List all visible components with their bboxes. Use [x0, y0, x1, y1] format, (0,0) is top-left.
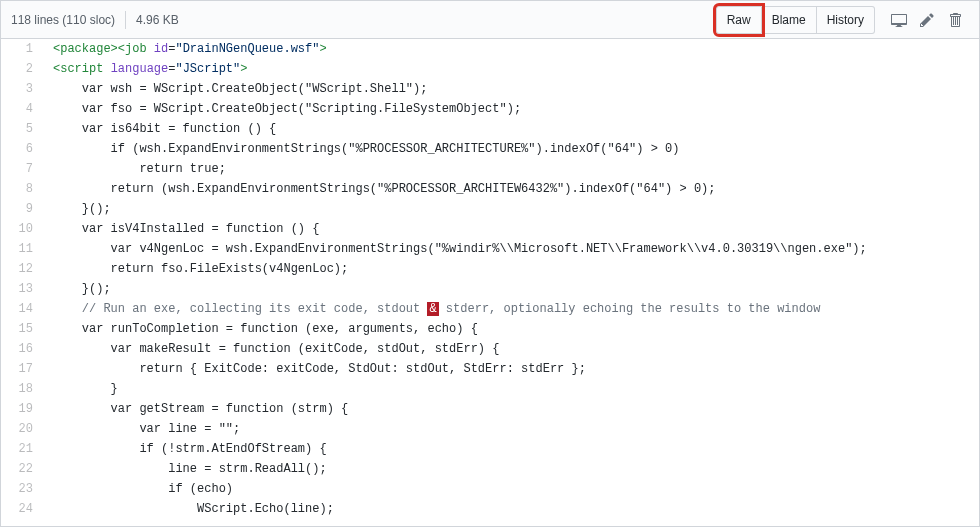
code-row: 18 }: [1, 379, 979, 399]
line-number[interactable]: 4: [1, 99, 43, 119]
code-row: 5 var is64bit = function () {: [1, 119, 979, 139]
trashcan-icon[interactable]: [941, 6, 969, 34]
line-number[interactable]: 2: [1, 59, 43, 79]
code-row: 6 if (wsh.ExpandEnvironmentStrings("%PRO…: [1, 139, 979, 159]
code-row: 22 line = strm.ReadAll();: [1, 459, 979, 479]
code-row: 24 WScript.Echo(line);: [1, 499, 979, 519]
code-row: 10 var isV4Installed = function () {: [1, 219, 979, 239]
blame-button[interactable]: Blame: [762, 6, 817, 34]
code-row: 20 var line = "";: [1, 419, 979, 439]
line-content[interactable]: var runToCompletion = function (exe, arg…: [43, 319, 979, 339]
line-number[interactable]: 24: [1, 499, 43, 519]
code-row: 9 }();: [1, 199, 979, 219]
line-number[interactable]: 14: [1, 299, 43, 319]
line-content[interactable]: }: [43, 379, 979, 399]
code-row: 12 return fso.FileExists(v4NgenLoc);: [1, 259, 979, 279]
line-content[interactable]: var getStream = function (strm) {: [43, 399, 979, 419]
desktop-icon[interactable]: [885, 6, 913, 34]
code-row: 11 var v4NgenLoc = wsh.ExpandEnvironment…: [1, 239, 979, 259]
line-number[interactable]: 7: [1, 159, 43, 179]
line-number[interactable]: 9: [1, 199, 43, 219]
line-number[interactable]: 13: [1, 279, 43, 299]
line-content[interactable]: var v4NgenLoc = wsh.ExpandEnvironmentStr…: [43, 239, 979, 259]
line-content[interactable]: }();: [43, 199, 979, 219]
line-content[interactable]: line = strm.ReadAll();: [43, 459, 979, 479]
code-row: 2<script language="JScript">: [1, 59, 979, 79]
code-row: 7 return true;: [1, 159, 979, 179]
code-row: 8 return (wsh.ExpandEnvironmentStrings("…: [1, 179, 979, 199]
line-content[interactable]: <script language="JScript">: [43, 59, 979, 79]
line-number[interactable]: 20: [1, 419, 43, 439]
file-header: 118 lines (110 sloc) 4.96 KB Raw Blame H…: [1, 1, 979, 39]
line-number[interactable]: 11: [1, 239, 43, 259]
line-content[interactable]: }();: [43, 279, 979, 299]
line-number[interactable]: 17: [1, 359, 43, 379]
file-info: 118 lines (110 sloc) 4.96 KB: [11, 11, 179, 29]
line-content[interactable]: var is64bit = function () {: [43, 119, 979, 139]
raw-button[interactable]: Raw: [716, 6, 762, 34]
code-row: 13 }();: [1, 279, 979, 299]
code-row: 19 var getStream = function (strm) {: [1, 399, 979, 419]
line-number[interactable]: 3: [1, 79, 43, 99]
line-content[interactable]: return { ExitCode: exitCode, StdOut: std…: [43, 359, 979, 379]
line-content[interactable]: // Run an exe, collecting its exit code,…: [43, 299, 979, 319]
code-row: 3 var wsh = WScript.CreateObject("WScrip…: [1, 79, 979, 99]
code-row: 15 var runToCompletion = function (exe, …: [1, 319, 979, 339]
line-number[interactable]: 16: [1, 339, 43, 359]
line-content[interactable]: return (wsh.ExpandEnvironmentStrings("%P…: [43, 179, 979, 199]
pencil-icon[interactable]: [913, 6, 941, 34]
line-number[interactable]: 10: [1, 219, 43, 239]
line-content[interactable]: if (wsh.ExpandEnvironmentStrings("%PROCE…: [43, 139, 979, 159]
code-row: 21 if (!strm.AtEndOfStream) {: [1, 439, 979, 459]
divider: [125, 11, 126, 29]
line-content[interactable]: <package><job id="DrainNGenQueue.wsf">: [43, 39, 979, 59]
line-number[interactable]: 22: [1, 459, 43, 479]
code-row: 4 var fso = WScript.CreateObject("Script…: [1, 99, 979, 119]
line-content[interactable]: WScript.Echo(line);: [43, 499, 979, 519]
line-content[interactable]: var line = "";: [43, 419, 979, 439]
line-number[interactable]: 1: [1, 39, 43, 59]
file-actions: Raw Blame History: [716, 6, 969, 34]
line-number[interactable]: 23: [1, 479, 43, 499]
file-action-button-group: Raw Blame History: [716, 6, 875, 34]
file-size: 4.96 KB: [136, 13, 179, 27]
code-row: 17 return { ExitCode: exitCode, StdOut: …: [1, 359, 979, 379]
line-number[interactable]: 5: [1, 119, 43, 139]
line-number[interactable]: 12: [1, 259, 43, 279]
line-content[interactable]: return true;: [43, 159, 979, 179]
code-row: 14 // Run an exe, collecting its exit co…: [1, 299, 979, 319]
line-content[interactable]: if (echo): [43, 479, 979, 499]
code-row: 16 var makeResult = function (exitCode, …: [1, 339, 979, 359]
line-number[interactable]: 8: [1, 179, 43, 199]
history-button[interactable]: History: [817, 6, 875, 34]
code-row: 23 if (echo): [1, 479, 979, 499]
line-number[interactable]: 18: [1, 379, 43, 399]
line-number[interactable]: 6: [1, 139, 43, 159]
line-content[interactable]: var wsh = WScript.CreateObject("WScript.…: [43, 79, 979, 99]
line-number[interactable]: 21: [1, 439, 43, 459]
line-number[interactable]: 19: [1, 399, 43, 419]
line-content[interactable]: var makeResult = function (exitCode, std…: [43, 339, 979, 359]
line-content[interactable]: var isV4Installed = function () {: [43, 219, 979, 239]
code-table: 1<package><job id="DrainNGenQueue.wsf">2…: [1, 39, 979, 519]
line-content[interactable]: var fso = WScript.CreateObject("Scriptin…: [43, 99, 979, 119]
line-content[interactable]: return fso.FileExists(v4NgenLoc);: [43, 259, 979, 279]
line-number[interactable]: 15: [1, 319, 43, 339]
code-row: 1<package><job id="DrainNGenQueue.wsf">: [1, 39, 979, 59]
line-content[interactable]: if (!strm.AtEndOfStream) {: [43, 439, 979, 459]
code-listing: 1<package><job id="DrainNGenQueue.wsf">2…: [1, 39, 979, 526]
lines-count: 118 lines (110 sloc): [11, 13, 115, 27]
